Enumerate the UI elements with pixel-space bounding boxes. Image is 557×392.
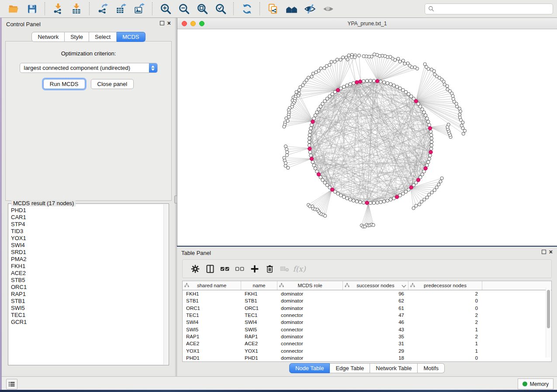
new-column-icon[interactable] [247, 262, 262, 275]
table-cell[interactable]: ORC1 [183, 306, 241, 311]
clone-network-icon[interactable] [266, 2, 280, 15]
table-cell[interactable]: 46 [343, 320, 408, 325]
zoom-out-icon[interactable] [177, 2, 190, 15]
table-cell[interactable]: YOX1 [183, 348, 241, 354]
mcds-result-item[interactable]: ACE2 [11, 270, 167, 277]
table-row[interactable]: SWI4SWI4dominator462 [183, 319, 551, 326]
import-table-file-icon[interactable] [70, 2, 83, 15]
destroy-network-icon[interactable] [285, 2, 298, 15]
table-cell[interactable]: 0 [408, 355, 482, 361]
table-cell[interactable]: PHD1 [183, 355, 241, 361]
refresh-view-icon[interactable] [240, 2, 253, 15]
table-cell[interactable]: 2 [408, 320, 482, 325]
maximize-window-icon[interactable] [199, 21, 204, 26]
table-cell[interactable]: connector [277, 313, 343, 318]
float-panel-icon[interactable] [542, 250, 546, 254]
mcds-result-item[interactable]: STP4 [11, 221, 167, 228]
save-session-icon[interactable] [25, 2, 38, 15]
run-mcds-button[interactable]: Run MCDS [43, 79, 85, 89]
table-cell[interactable]: connector [277, 348, 343, 354]
search-box[interactable] [425, 3, 553, 14]
table-cell[interactable]: 0 [408, 306, 482, 311]
float-panel-icon[interactable] [160, 21, 164, 25]
table-cell[interactable]: 18 [343, 355, 408, 361]
table-cell[interactable]: dominator [277, 306, 343, 311]
table-cell[interactable]: SWI5 [183, 327, 241, 332]
table-cell[interactable]: dominator [277, 291, 343, 296]
table-cell[interactable]: 61 [343, 306, 408, 311]
table-cell[interactable]: STB1 [241, 298, 277, 303]
mcds-result-item[interactable]: FKH1 [11, 263, 167, 270]
table-cell[interactable]: 2 [408, 334, 482, 339]
table-cell[interactable]: 43 [343, 327, 408, 332]
mcds-result-item[interactable]: PHD1 [11, 207, 167, 214]
table-cell[interactable]: dominator [277, 298, 343, 303]
open-session-icon[interactable] [7, 2, 20, 15]
mcds-result-item[interactable]: GCR1 [11, 319, 167, 326]
table-cell[interactable]: 1 [408, 348, 482, 354]
zoom-fit-icon[interactable] [196, 2, 209, 15]
mcds-result-item[interactable]: SWI4 [11, 242, 167, 249]
tab-select[interactable]: Select [89, 32, 117, 42]
mcds-result-item[interactable]: STB1 [11, 298, 167, 305]
import-network-file-icon[interactable] [52, 2, 65, 15]
show-hide-columns-icon[interactable] [203, 262, 218, 275]
delete-column-icon[interactable] [262, 262, 277, 275]
tab-edge-table[interactable]: Edge Table [330, 363, 370, 373]
mcds-result-item[interactable]: STB5 [11, 277, 167, 284]
table-cell[interactable]: 62 [343, 298, 408, 303]
column-header-shared-name[interactable]: shared name [183, 281, 241, 290]
table-row[interactable]: ACE2ACE2connector311 [183, 340, 551, 347]
hide-selected-icon[interactable] [303, 2, 316, 15]
tab-network-table[interactable]: Network Table [370, 363, 418, 373]
table-row[interactable]: SWI5SWI5connector431 [183, 326, 551, 333]
close-panel-button[interactable]: Close panel [91, 79, 134, 89]
table-cell[interactable]: 96 [343, 291, 408, 296]
table-cell[interactable]: ORC1 [241, 306, 277, 311]
mcds-result-item[interactable]: RAP1 [11, 291, 167, 298]
table-mode-gear-icon[interactable] [188, 262, 203, 275]
table-cell[interactable]: 35 [343, 334, 408, 339]
sort-chevron-down-icon[interactable] [402, 283, 406, 288]
mcds-list-scrollbar[interactable] [163, 204, 168, 364]
table-cell[interactable]: TEC1 [183, 313, 241, 318]
table-cell[interactable]: dominator [277, 320, 343, 325]
close-panel-icon[interactable]: × [167, 21, 171, 25]
mcds-result-item[interactable]: PMA2 [11, 256, 167, 263]
table-cell[interactable]: 29 [343, 348, 408, 354]
tab-mcds[interactable]: MCDS [117, 32, 145, 42]
deselect-all-icon[interactable] [232, 262, 247, 275]
table-cell[interactable]: dominator [277, 355, 343, 361]
table-cell[interactable]: connector [277, 341, 343, 346]
mcds-result-item[interactable]: SWI5 [11, 305, 167, 312]
table-row[interactable]: YOX1YOX1connector291 [183, 347, 551, 354]
network-window-titlebar[interactable]: YPA_prune.txt_1 [177, 18, 557, 29]
task-history-button[interactable] [6, 379, 17, 389]
mcds-result-item[interactable]: SRD1 [11, 249, 167, 256]
table-cell[interactable]: 2 [408, 291, 482, 296]
close-panel-icon[interactable]: × [549, 250, 553, 254]
tab-network[interactable]: Network [31, 32, 65, 42]
show-all-icon[interactable] [322, 2, 335, 15]
column-header-mcds-role[interactable]: MCDS role [277, 281, 343, 290]
table-cell[interactable]: SWI4 [241, 320, 277, 325]
network-canvas[interactable] [177, 29, 557, 246]
table-cell[interactable]: 1 [408, 341, 482, 346]
memory-button[interactable]: Memory [518, 378, 554, 389]
mcds-result-item[interactable]: TEC1 [11, 312, 167, 319]
table-cell[interactable]: ACE2 [241, 341, 277, 346]
tab-motifs[interactable]: Motifs [418, 363, 445, 373]
table-cell[interactable]: dominator [277, 334, 343, 339]
column-header-name[interactable]: name [241, 281, 277, 290]
table-cell[interactable]: PHD1 [241, 355, 277, 361]
export-network-icon[interactable] [96, 2, 109, 15]
mcds-result-item[interactable]: TID3 [11, 228, 167, 235]
table-cell[interactable]: TEC1 [241, 313, 277, 318]
minimize-window-icon[interactable] [190, 21, 196, 26]
table-row[interactable]: PHD1PHD1dominator180 [183, 354, 551, 361]
export-table-icon[interactable] [114, 2, 128, 15]
table-row[interactable]: ORC1ORC1dominator610 [183, 305, 551, 312]
tab-style[interactable]: Style [65, 32, 89, 42]
table-cell[interactable]: 1 [408, 327, 482, 332]
table-row[interactable]: RAP1RAP1dominator352 [183, 333, 551, 340]
